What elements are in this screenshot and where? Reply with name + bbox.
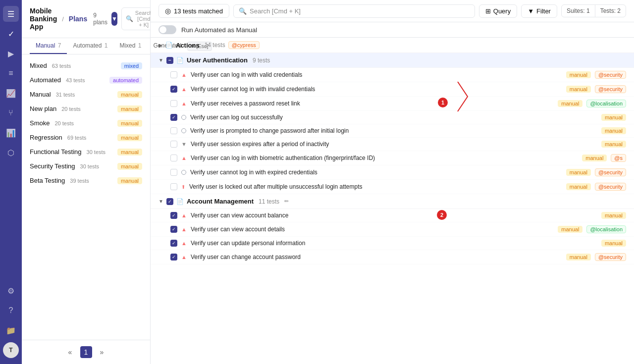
security-tag: @security [595, 168, 626, 176]
plan-item[interactable]: New plan 20 tests manual [22, 102, 150, 116]
suite-account-mgmt-header[interactable]: ▼ 📄 Account Management 11 tests ✏ [151, 194, 634, 209]
badge-manual: manual [117, 105, 142, 112]
settings-icon[interactable]: ⚙ [3, 283, 19, 299]
badge-manual: manual [117, 134, 142, 141]
menu-icon[interactable]: ☰ [3, 6, 19, 22]
plan-item[interactable]: Mixed 63 tests mixed [22, 58, 150, 73]
test-checkbox[interactable] [170, 100, 177, 107]
priority-double-up-icon: ⬆ [181, 184, 185, 190]
test-checkbox[interactable] [170, 71, 177, 78]
test-checkbox[interactable] [170, 127, 177, 134]
suite-checkbox-partial[interactable] [166, 57, 173, 64]
chevron-down-icon: ▼ [158, 199, 163, 204]
plan-item[interactable]: Manual 31 tests manual [22, 87, 150, 102]
circle-icon [181, 115, 186, 120]
export-icon[interactable]: ⬡ [3, 145, 19, 160]
priority-up-icon: ▲ [181, 72, 187, 78]
test-item: ▲ Verify user can view account details m… [151, 222, 634, 237]
list-icon[interactable]: ≡ [3, 65, 19, 81]
current-page-button[interactable]: 1 [80, 346, 92, 358]
test-item: ▲ Verify user can log in with valid cred… [151, 68, 634, 82]
priority-up-icon: ▲ [181, 212, 187, 218]
security-tag: @security [595, 253, 626, 261]
branch-icon[interactable]: ⑂ [3, 105, 19, 121]
help-icon[interactable]: ? [3, 303, 19, 318]
chart-icon[interactable]: 📈 [3, 85, 19, 101]
badge-manual: manual [117, 120, 142, 127]
tests-matched-button[interactable]: ◎ 13 tests matched [158, 4, 229, 18]
annotation-1: 1 [438, 98, 448, 107]
plan-item[interactable]: Smoke 20 tests manual [22, 116, 150, 130]
query-icon: ⊞ [485, 7, 491, 15]
top-toolbar: ◎ 13 tests matched 🔍 Search [Cmd + K] ⊞ … [151, 0, 634, 22]
suite-checkbox-checked[interactable] [166, 198, 173, 205]
checkmark-icon[interactable]: ✓ [3, 26, 19, 42]
test-checkbox-checked[interactable] [170, 254, 177, 260]
user-avatar[interactable]: T [3, 342, 19, 358]
run-automated-bar: Run Automated as Manual [151, 22, 634, 38]
test-item: ▲ Verify user can view account balance m… [151, 209, 634, 222]
test-item: Verify user is prompted to change passwo… [151, 124, 634, 138]
analytics-icon[interactable]: 📊 [3, 125, 19, 141]
search-bar[interactable]: 🔍 Search [Cmd + K] [233, 4, 475, 18]
tab-mixed[interactable]: Mixed 1 [113, 38, 147, 54]
test-badge-manual: manual [566, 183, 591, 190]
priority-down-icon: ▼ [181, 141, 187, 147]
test-item: ▲ Verify user can change account passwor… [151, 250, 634, 264]
search-icon: 🔍 [239, 7, 247, 15]
plan-item[interactable]: Security Testing 30 tests manual [22, 159, 150, 173]
suites-count: Suites: 1 [562, 5, 595, 17]
plan-list: Mixed 63 tests mixed Automated 43 tests … [22, 54, 150, 340]
plans-label: Plans [69, 15, 87, 23]
test-tree: ▶ 📄 Actions 14 tests @cypress ▼ 📄 User A… [151, 38, 634, 364]
plan-item[interactable]: Functional Testing 30 tests manual [22, 145, 150, 159]
test-badge-manual: manual [601, 141, 626, 148]
tab-automated[interactable]: Automated 1 [67, 38, 113, 54]
cypress-tag: @cypress [228, 41, 260, 49]
tab-manual[interactable]: Manual 7 [30, 38, 67, 54]
test-checkbox-checked[interactable] [170, 114, 177, 121]
test-checkbox-checked[interactable] [170, 212, 177, 219]
security-tag: @security [595, 71, 626, 79]
test-checkbox[interactable] [170, 169, 177, 176]
sidebar-filter-button[interactable]: ▼ [111, 12, 117, 26]
prev-page-button[interactable]: « [64, 346, 76, 358]
test-checkbox-checked[interactable] [170, 86, 177, 93]
test-badge-manual: manual [566, 169, 591, 176]
suite-user-auth-header[interactable]: ▼ 📄 User Authentication 9 tests [151, 53, 634, 68]
test-checkbox[interactable] [170, 141, 177, 148]
main-content: ◎ 13 tests matched 🔍 Search [Cmd + K] ⊞ … [151, 0, 634, 364]
plan-item[interactable]: Beta Testing 39 tests manual [22, 173, 150, 188]
test-badge-manual: manual [582, 155, 607, 161]
sidebar-header: Mobile Banking App / Plans 9 plans ▼ 🔍 S… [22, 0, 150, 38]
icon-bar: ☰ ✓ ▶ ≡ 📈 ⑂ 📊 ⬡ ⚙ ? 📁 T [0, 0, 22, 364]
search-placeholder: Search [Cmd + K] [250, 7, 301, 15]
badge-manual: manual [117, 91, 142, 98]
run-automated-toggle[interactable] [158, 25, 176, 34]
plan-item[interactable]: Regression 69 tests manual [22, 130, 150, 145]
priority-up-icon: ▲ [181, 155, 187, 161]
test-badge-manual: manual [566, 254, 591, 260]
filter-button[interactable]: ▼ Filter [521, 4, 557, 18]
filter-icon: ▼ [528, 7, 534, 15]
query-button[interactable]: ⊞ Query [479, 4, 517, 18]
test-checkbox-checked[interactable] [170, 240, 177, 247]
localisation-tag: @localisation [586, 225, 626, 233]
test-checkbox[interactable] [170, 183, 177, 190]
next-page-button[interactable]: » [96, 346, 108, 358]
plan-item[interactable]: Automated 43 tests automated [22, 73, 150, 87]
badge-manual: manual [117, 177, 142, 184]
test-item: Verify user cannot log in with expired c… [151, 165, 634, 180]
suites-tests-counter: Suites: 1 Tests: 2 [561, 4, 626, 17]
edit-icon[interactable]: ✏ [284, 198, 289, 205]
folder-icon[interactable]: 📁 [3, 322, 19, 338]
suite-actions-header[interactable]: ▶ 📄 Actions 14 tests @cypress [151, 38, 634, 53]
play-icon[interactable]: ▶ [3, 46, 19, 61]
file-icon: 📄 [165, 42, 173, 49]
badge-mixed: mixed [121, 62, 142, 69]
test-checkbox[interactable] [170, 155, 177, 161]
test-checkbox-checked[interactable] [170, 226, 177, 233]
test-badge-manual: manual [558, 100, 582, 107]
app-title: Mobile Banking App [30, 7, 57, 31]
tests-matched-label: 13 tests matched [174, 7, 223, 15]
